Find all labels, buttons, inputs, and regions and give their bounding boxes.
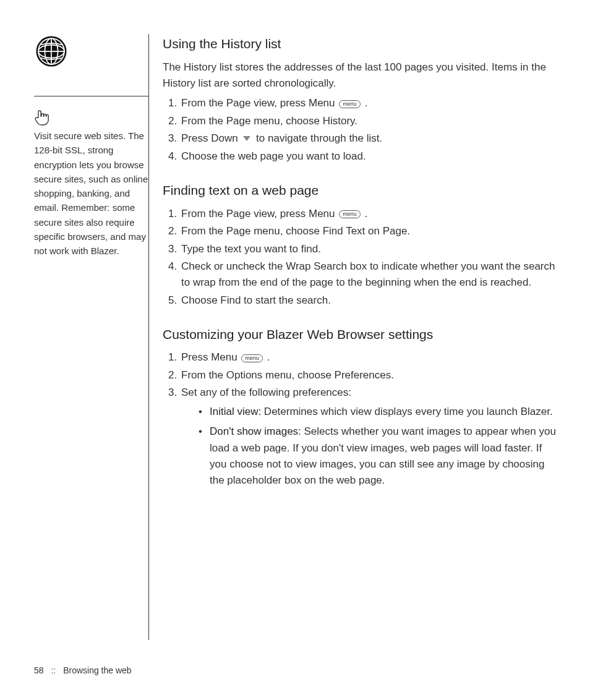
step-text: Press Down bbox=[181, 132, 241, 144]
pref-label: Initial view: bbox=[210, 406, 261, 417]
settings-steps-list: Press Menu menu . From the Options menu,… bbox=[163, 349, 556, 489]
page-footer: 58 :: Browsing the web bbox=[34, 665, 132, 675]
history-steps-list: From the Page view, press Menu menu . Fr… bbox=[163, 95, 556, 164]
menu-key-icon: menu bbox=[339, 96, 361, 112]
sidebar-divider bbox=[34, 96, 148, 96]
list-item: Choose Find to start the search. bbox=[180, 292, 556, 309]
footer-separator: :: bbox=[51, 665, 56, 675]
section-heading-settings: Customizing your Blazer Web Browser sett… bbox=[163, 325, 556, 345]
sidebar-tip-text: Visit secure web sites. The 128-bit SSL,… bbox=[34, 129, 148, 258]
globe-icon bbox=[34, 34, 148, 69]
content-columns: Visit secure web sites. The 128-bit SSL,… bbox=[34, 34, 556, 640]
pref-label: Don't show images: bbox=[210, 425, 301, 437]
manual-page: Visit secure web sites. The 128-bit SSL,… bbox=[0, 0, 590, 700]
list-item: Don't show images: Selects whether you w… bbox=[199, 424, 556, 489]
section-heading-find: Finding text on a web page bbox=[163, 181, 556, 201]
sidebar: Visit secure web sites. The 128-bit SSL,… bbox=[34, 34, 148, 640]
history-intro-text: The History list stores the addresses of… bbox=[163, 59, 556, 92]
list-item: Press Down to navigate through the list. bbox=[180, 130, 556, 147]
list-item: From the Page menu, choose Find Text on … bbox=[180, 223, 556, 239]
page-number: 58 bbox=[34, 665, 44, 675]
menu-key-icon: menu bbox=[339, 206, 361, 222]
list-item: Choose the web page you want to load. bbox=[180, 148, 556, 164]
list-item: From the Page view, press Menu menu . bbox=[180, 95, 556, 112]
menu-key-icon: menu bbox=[241, 350, 263, 366]
list-item: Set any of the following preferences: In… bbox=[180, 385, 556, 489]
step-text: . bbox=[264, 351, 270, 363]
step-text: . bbox=[362, 208, 367, 220]
list-item: Check or uncheck the Wrap Search box to … bbox=[180, 258, 556, 291]
hand-pointing-icon bbox=[34, 109, 148, 126]
preferences-bullets: Initial view: Determines which view disp… bbox=[181, 404, 556, 489]
main-content: Using the History list The History list … bbox=[163, 34, 556, 640]
step-text: Set any of the following preferences: bbox=[181, 386, 351, 398]
chapter-title: Browsing the web bbox=[63, 665, 132, 675]
down-arrow-icon bbox=[243, 136, 250, 141]
list-item: Type the text you want to find. bbox=[180, 241, 556, 257]
vertical-divider bbox=[148, 34, 149, 640]
sidebar-icon-area bbox=[34, 34, 148, 96]
step-text: to navigate through the list. bbox=[253, 132, 382, 144]
find-steps-list: From the Page view, press Menu menu . Fr… bbox=[163, 206, 556, 309]
list-item: Press Menu menu . bbox=[180, 349, 556, 366]
list-item: From the Page menu, choose History. bbox=[180, 113, 556, 129]
step-text: Press Menu bbox=[181, 351, 240, 363]
list-item: From the Options menu, choose Preference… bbox=[180, 367, 556, 383]
pref-text: Determines which view displays every tim… bbox=[261, 406, 552, 417]
section-heading-history: Using the History list bbox=[163, 34, 556, 54]
list-item: From the Page view, press Menu menu . bbox=[180, 206, 556, 223]
step-text: From the Page view, press Menu bbox=[181, 208, 338, 220]
step-text: From the Page view, press Menu bbox=[181, 97, 338, 109]
step-text: . bbox=[362, 97, 367, 109]
list-item: Initial view: Determines which view disp… bbox=[199, 404, 556, 420]
